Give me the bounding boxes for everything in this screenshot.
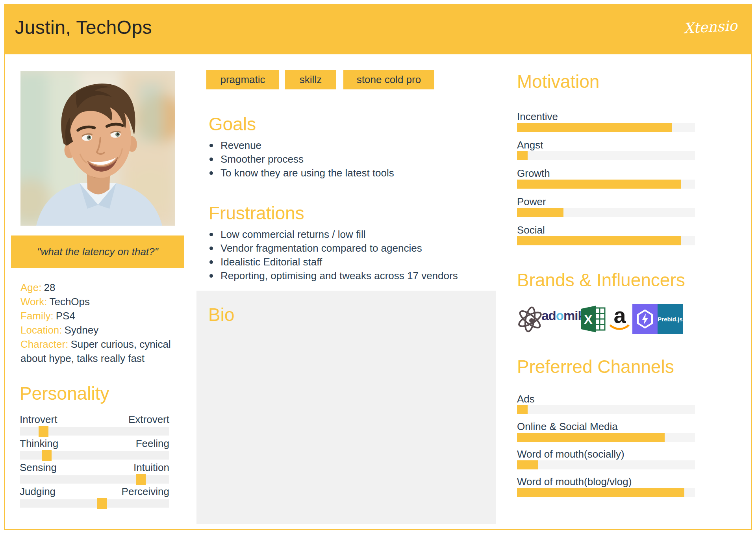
bio-heading: Bio	[208, 304, 234, 325]
amazon-smile-icon	[610, 324, 630, 331]
adomik-logo[interactable]: adomik	[544, 307, 582, 324]
motivation-bar-track[interactable]	[517, 123, 695, 132]
personality-slider-marker[interactable]	[42, 450, 52, 461]
personality-slider-track[interactable]	[20, 475, 169, 484]
motivation-bar-fill	[517, 180, 681, 189]
bar-label: Angst	[517, 139, 695, 151]
personality-slider-row: ThinkingFeeling	[20, 438, 169, 460]
bar-label: Word of mouth(blog/vlog)	[517, 476, 695, 488]
personality-heading: Personality	[20, 383, 109, 404]
prebid-label: Prebid.js	[658, 316, 682, 323]
channel-bar-row: Word of mouth(socially)	[517, 448, 695, 469]
attribute-value: Sydney	[65, 324, 99, 336]
channel-bar-track[interactable]	[517, 460, 695, 469]
attribute-label: Family:	[20, 310, 54, 322]
slider-left-label: Judging	[20, 486, 56, 497]
profile-attributes: Age:28 Work:TechOps Family:PS4 Location:…	[20, 280, 183, 365]
profile-photo[interactable]	[20, 71, 175, 226]
excel-icon: X	[580, 304, 606, 334]
bar-label: Incentive	[517, 111, 695, 123]
slider-left-label: Sensing	[20, 462, 57, 473]
personality-slider-marker[interactable]	[97, 498, 107, 509]
attribute-value: PS4	[56, 310, 75, 322]
prebid-logo[interactable]: Prebid.js	[632, 304, 683, 334]
goal-item: To know they are using the latest tools	[209, 166, 394, 180]
frustration-item: Idealistic Editorial staff	[209, 255, 458, 269]
motivation-bar-fill	[517, 123, 672, 132]
channel-bar-row: Word of mouth(blog/vlog)	[517, 476, 695, 497]
svg-text:X: X	[584, 312, 593, 326]
slider-left-label: Introvert	[20, 413, 57, 425]
motivation-bar-fill	[517, 151, 528, 160]
frustration-item: Low commercial returns / low fill	[209, 228, 458, 241]
excel-logo[interactable]: X	[580, 304, 606, 334]
channel-bar-fill	[517, 488, 684, 497]
slider-left-label: Thinking	[20, 438, 58, 449]
bar-label: Ads	[517, 393, 695, 405]
motivation-heading: Motivation	[517, 71, 600, 92]
attribute-character: Character:Super curious, cynical about h…	[20, 337, 183, 365]
attribute-work: Work:TechOps	[20, 295, 183, 309]
atom-logo[interactable]	[517, 304, 543, 334]
tag-skillz[interactable]: skillz	[285, 70, 336, 89]
channel-bar-track[interactable]	[517, 433, 695, 442]
attribute-value: 28	[44, 282, 56, 293]
motivation-bar-row: Incentive	[517, 111, 695, 132]
bar-label: Power	[517, 196, 695, 208]
prebid-text-tile: Prebid.js	[658, 304, 683, 334]
frustration-item: Vendor fragmentation compared to agencie…	[209, 241, 458, 255]
attribute-location: Location:Sydney	[20, 323, 183, 337]
motivation-bar-track[interactable]	[517, 208, 695, 217]
personality-slider-row: IntrovertExtrovert	[20, 413, 169, 436]
attribute-label: Work:	[20, 296, 47, 308]
motivation-bar-row: Power	[517, 196, 695, 217]
personality-slider-track[interactable]	[20, 451, 169, 460]
tag-pragmatic[interactable]: pragmatic	[206, 70, 279, 89]
motivation-bar-fill	[517, 236, 681, 245]
channel-bar-track[interactable]	[517, 405, 695, 414]
attribute-label: Location:	[20, 324, 62, 336]
bio-panel[interactable]: Bio	[196, 291, 496, 524]
goals-list: Revenue Smoother process To know they ar…	[209, 139, 394, 180]
page-title: Justin, TechOps	[15, 17, 152, 38]
bar-label: Online & Social Media	[517, 421, 695, 433]
personality-slider-marker[interactable]	[39, 426, 48, 437]
bar-label: Social	[517, 224, 695, 236]
motivation-bar-track[interactable]	[517, 151, 695, 160]
channel-bar-row: Ads	[517, 393, 695, 414]
prebid-bolt-icon	[636, 308, 654, 330]
xtensio-logo[interactable]: Xtensio	[683, 17, 737, 36]
quote-text: "what the latency on that?"	[37, 246, 158, 258]
personality-slider-track[interactable]	[20, 427, 169, 436]
goals-heading: Goals	[209, 113, 256, 135]
slider-right-label: Feeling	[136, 438, 169, 449]
channel-bar-fill	[517, 460, 538, 469]
personality-slider-marker[interactable]	[136, 474, 146, 485]
motivation-bar-fill	[517, 208, 563, 217]
personality-slider-track[interactable]	[20, 499, 169, 508]
channel-bar-fill	[517, 405, 528, 414]
channel-bar-row: Online & Social Media	[517, 421, 695, 442]
bar-label: Word of mouth(socially)	[517, 448, 695, 460]
quote-box[interactable]: "what the latency on that?"	[11, 235, 184, 268]
attribute-value: TechOps	[49, 296, 90, 308]
motivation-bar-track[interactable]	[517, 236, 695, 245]
prebid-bolt-tile	[632, 304, 658, 334]
attribute-age: Age:28	[20, 280, 183, 295]
atom-icon	[517, 304, 543, 334]
motivation-bar-row: Angst	[517, 139, 695, 160]
attribute-label: Character:	[20, 338, 68, 350]
amazon-logo[interactable]: a	[610, 304, 630, 334]
motivation-bar-track[interactable]	[517, 180, 695, 189]
channel-bar-track[interactable]	[517, 488, 695, 497]
motivation-bar-row: Social	[517, 224, 695, 245]
tag-stone-cold-pro[interactable]: stone cold pro	[343, 70, 434, 89]
personality-slider-row: JudgingPerceiving	[20, 486, 169, 508]
goal-item: Revenue	[209, 139, 394, 152]
motivation-bar-row: Growth	[517, 167, 695, 189]
frustrations-list: Low commercial returns / low fill Vendor…	[209, 228, 458, 283]
slider-right-label: Perceiving	[122, 486, 169, 497]
adomik-wordmark: adomik	[541, 308, 585, 323]
bar-label: Growth	[517, 167, 695, 180]
profile-photo-illustration	[20, 71, 175, 226]
